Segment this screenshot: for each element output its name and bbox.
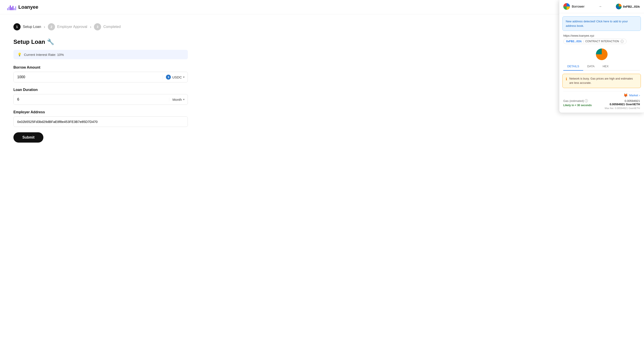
mm-gas-row: Gas (estimated) i Likely in < 30 seconds… xyxy=(563,99,640,109)
mm-tab-data[interactable]: DATA xyxy=(583,62,598,71)
employer-address-label: Employer Address xyxy=(14,110,188,114)
borrow-amount-input-row: $ USDC ▾ xyxy=(14,72,188,82)
wrench-icon: 🔧 xyxy=(47,38,54,45)
currency-dropdown-icon: ▾ xyxy=(183,75,184,79)
mm-contract-address[interactable]: 0xFB2...01fc xyxy=(566,40,582,43)
main-content: 1 Setup Loan › 2 Employer Approval › 3 C… xyxy=(0,14,201,152)
step-1: 1 Setup Loan xyxy=(14,23,41,30)
step-arrow-1: › xyxy=(44,24,45,29)
mm-warning: ℹ Network is busy. Gas prices are high a… xyxy=(562,74,641,88)
step-1-circle: 1 xyxy=(14,23,20,30)
stepper: 1 Setup Loan › 2 Employer Approval › 3 C… xyxy=(14,23,188,30)
mm-warning-text: Network is busy. Gas prices are high and… xyxy=(569,77,638,85)
step-3: 3 Completed xyxy=(94,23,120,30)
mm-gas-label: Gas (estimated) i xyxy=(563,99,592,103)
loan-duration-input-row: Month ▾ xyxy=(14,94,188,105)
mm-contract-label: : xyxy=(583,40,584,43)
mm-pie-chart xyxy=(596,48,608,60)
loan-duration-input[interactable] xyxy=(14,94,169,105)
lightbulb-icon: 💡 xyxy=(18,52,22,56)
gas-info-icon[interactable]: i xyxy=(585,99,588,102)
mm-address-text: 0xFB2...01fc xyxy=(623,5,640,8)
borrow-amount-group: Borrow Amount $ USDC ▾ xyxy=(14,65,188,82)
currency-label: USDC xyxy=(172,75,182,79)
mm-tab-hex[interactable]: HEX xyxy=(598,62,613,71)
interest-text: Current Interest Rate: 10% xyxy=(24,53,64,56)
contract-info-icon[interactable]: i xyxy=(620,40,624,43)
employer-address-group: Employer Address xyxy=(14,110,188,127)
mm-gas-values: 0.00594921 0.00594921 GoerliETH Max fee:… xyxy=(605,99,640,109)
mm-arrow-icon: → xyxy=(598,4,602,8)
interest-banner: 💡 Current Interest Rate: 10% xyxy=(14,50,188,59)
mm-new-address-banner[interactable]: New address detected! Click here to add … xyxy=(562,16,641,31)
mm-header: Borrower → 0xFB2...01fc xyxy=(559,0,644,13)
currency-selector[interactable]: $ USDC ▾ xyxy=(162,75,188,79)
mm-borrower-account: Borrower xyxy=(563,3,584,10)
borrow-amount-label: Borrow Amount xyxy=(14,65,188,69)
step-3-label: Completed xyxy=(103,25,120,29)
loan-duration-label: Loan Duration xyxy=(14,88,188,92)
top-nav: Loanyee Beco... 54...6b62 ▼ xyxy=(0,0,644,14)
mm-gas-section: 🦊 Market › Gas (estimated) i Likely in <… xyxy=(559,91,644,113)
borrower-avatar xyxy=(563,3,570,10)
mm-market-button[interactable]: Market › xyxy=(629,94,640,97)
borrower-label: Borrower xyxy=(572,5,584,8)
mm-gas-eth: 0.00594921 GoerliETH xyxy=(605,103,640,106)
employer-address-input[interactable] xyxy=(14,116,188,127)
mm-tabs: DETAILS DATA HEX xyxy=(563,62,640,71)
mm-tab-details[interactable]: DETAILS xyxy=(563,62,583,71)
loan-duration-group: Loan Duration Month ▾ xyxy=(14,88,188,105)
step-2-label: Employer Approval xyxy=(57,25,87,29)
step-arrow-2: › xyxy=(90,24,91,29)
mm-market-row: 🦊 Market › xyxy=(563,93,640,97)
fox-icon: 🦊 xyxy=(624,93,628,97)
market-chevron-icon: › xyxy=(639,94,640,97)
mm-address-avatar xyxy=(616,3,622,9)
mm-site-info: https://www.loanyee.xyz 0xFB2...01fc : C… xyxy=(559,34,644,46)
metamask-popup: Borrower → 0xFB2...01fc New address det xyxy=(559,0,644,113)
step-2-circle: 2 xyxy=(48,23,55,30)
borrow-amount-input[interactable] xyxy=(14,72,162,82)
mm-contract-badge: 0xFB2...01fc : CONTRACT INTERACTION i xyxy=(563,39,626,44)
duration-unit-label: Month xyxy=(172,98,182,101)
mm-address-badge: 0xFB2...01fc xyxy=(616,3,640,9)
step-2: 2 Employer Approval xyxy=(48,23,87,30)
submit-button[interactable]: Submit xyxy=(14,132,44,143)
step-1-label: Setup Loan xyxy=(23,25,41,29)
form-title: Setup Loan 🔧 xyxy=(14,38,188,45)
mm-likely-text: Likely in < 30 seconds xyxy=(563,103,592,107)
mm-gas-primary: 0.00594921 xyxy=(605,99,640,103)
mm-max-fee: Max fee: 0.00594921 GoerliETH xyxy=(605,107,640,109)
mm-contract-interaction-label: CONTRACT INTERACTION xyxy=(585,40,619,43)
warning-icon: ℹ xyxy=(566,77,567,81)
duration-unit-selector[interactable]: Month ▾ xyxy=(169,98,188,101)
usdc-icon: $ xyxy=(166,75,171,79)
step-3-circle: 3 xyxy=(94,23,101,30)
mm-site-url: https://www.loanyee.xyz xyxy=(563,34,640,37)
logo-text: Loanyee xyxy=(18,4,38,10)
logo-bars-icon xyxy=(7,4,16,10)
duration-dropdown-icon: ▾ xyxy=(183,98,184,101)
logo: Loanyee xyxy=(7,4,38,10)
